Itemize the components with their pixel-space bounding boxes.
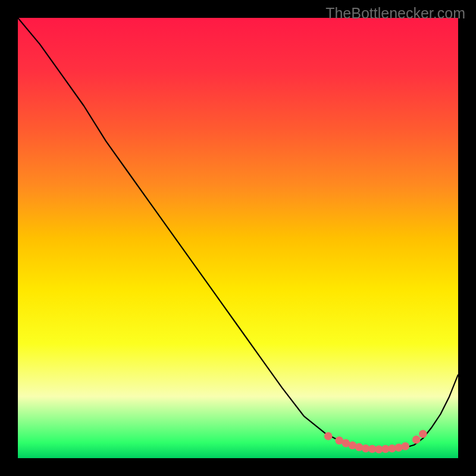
curve-marker (412, 436, 421, 444)
curve-marker (324, 432, 333, 440)
curve-markers (324, 430, 427, 454)
bottleneck-curve-line (18, 18, 458, 449)
curve-marker (419, 430, 427, 439)
chart-container: TheBottlenecker.com (0, 0, 476, 476)
curve-marker (401, 442, 409, 450)
bottleneck-curve-svg (18, 18, 458, 458)
plot-area (18, 18, 458, 458)
attribution-text: TheBottlenecker.com (325, 5, 465, 22)
